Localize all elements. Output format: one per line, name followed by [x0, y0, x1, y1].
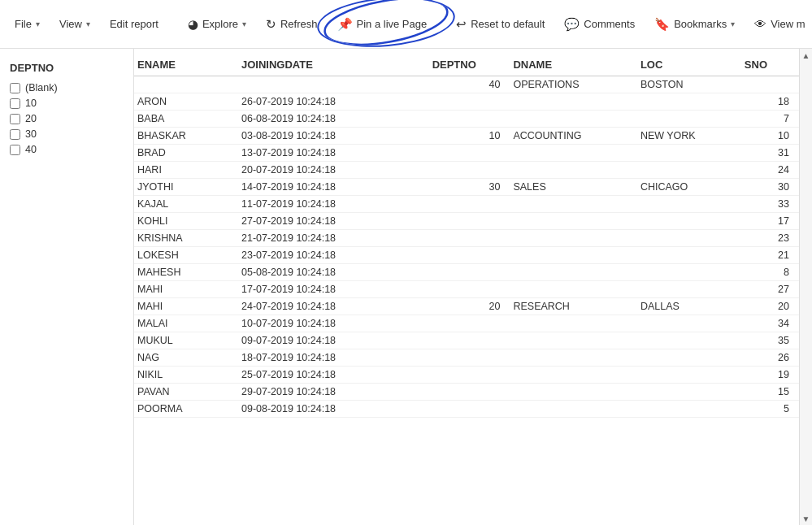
- cell-loc: [637, 93, 741, 111]
- cell-loc: DALLAS: [637, 298, 741, 315]
- cell-sno: 30: [741, 179, 799, 196]
- cell-date: 13-07-2019 10:24:18: [238, 145, 429, 162]
- pin-icon: 📌: [337, 17, 353, 32]
- report-area[interactable]: ENAME JOININGDATE DEPTNO DNAME LOC SNO 4…: [134, 49, 799, 525]
- table-row: JYOTHI14-07-2019 10:24:1830SALESCHICAGO3…: [134, 179, 799, 196]
- pin-button[interactable]: 📌 Pin a live Page: [329, 12, 436, 37]
- cell-ename: NIKIL: [134, 367, 238, 384]
- view-chevron-icon: ▾: [86, 20, 90, 28]
- cell-deptno: [429, 196, 510, 213]
- edit-report-button[interactable]: Edit report: [102, 13, 167, 35]
- cell-ename: MAHI: [134, 298, 238, 315]
- cell-dname: [510, 145, 636, 162]
- table-row: MAHI24-07-2019 10:24:1820RESEARCHDALLAS2…: [134, 298, 799, 315]
- table-row: PAVAN29-07-2019 10:24:1815: [134, 384, 799, 401]
- scroll-track[interactable]: [800, 62, 812, 512]
- cell-sno: 26: [741, 349, 799, 367]
- cell-sno: 27: [741, 281, 799, 298]
- cell-dname: [510, 264, 636, 281]
- cell-date: 23-07-2019 10:24:18: [238, 247, 429, 264]
- table-row: BRAD13-07-2019 10:24:1831: [134, 145, 799, 162]
- cell-sno: 23: [741, 230, 799, 247]
- explore-icon: ◕: [188, 17, 198, 32]
- table-row: HARI20-07-2019 10:24:1824: [134, 162, 799, 179]
- explore-button[interactable]: ◕ Explore ▾: [180, 12, 254, 37]
- cell-loc: [637, 111, 741, 128]
- cell-date: 17-07-2019 10:24:18: [238, 281, 429, 298]
- cell-dname: ACCOUNTING: [510, 128, 636, 145]
- cell-ename: MALAI: [134, 315, 238, 332]
- table-row: KOHLI27-07-2019 10:24:1817: [134, 213, 799, 230]
- filter-checkbox-20[interactable]: [10, 114, 20, 124]
- cell-sno: 19: [741, 367, 799, 384]
- cell-ename: NAG: [134, 349, 238, 367]
- scroll-up-arrow[interactable]: ▲: [800, 49, 813, 62]
- th-sno: SNO: [741, 55, 799, 76]
- cell-date: 14-07-2019 10:24:18: [238, 179, 429, 196]
- cell-sno: 15: [741, 384, 799, 401]
- cell-sno: 8: [741, 264, 799, 281]
- file-label: File: [15, 18, 32, 30]
- cell-loc: [637, 196, 741, 213]
- cell-dname: RESEARCH: [510, 298, 636, 315]
- cell-sno: 5: [741, 401, 799, 418]
- cell-deptno: 30: [429, 179, 510, 196]
- filter-label-30: 30: [25, 128, 37, 140]
- filter-checkbox-blank[interactable]: [10, 83, 20, 93]
- file-button[interactable]: File ▾: [7, 13, 48, 35]
- cell-deptno: [429, 349, 510, 367]
- explore-label: Explore: [202, 18, 238, 30]
- th-joiningdate: JOININGDATE: [238, 55, 429, 76]
- filter-label-40: 40: [25, 144, 37, 155]
- cell-date: 20-07-2019 10:24:18: [238, 162, 429, 179]
- filter-checkbox-30[interactable]: [10, 129, 20, 140]
- edit-report-label: Edit report: [110, 18, 158, 30]
- cell-sno: 34: [741, 315, 799, 332]
- filter-item-blank: (Blank): [10, 82, 124, 93]
- cell-date: 05-08-2019 10:24:18: [238, 264, 429, 281]
- filter-checkbox-40[interactable]: [10, 145, 20, 155]
- cell-dname: [510, 281, 636, 298]
- explore-chevron-icon: ▾: [242, 20, 246, 28]
- cell-dname: [510, 162, 636, 179]
- th-dname: DNAME: [510, 55, 636, 76]
- cell-ename: MUKUL: [134, 332, 238, 349]
- refresh-button[interactable]: ↻ Refresh: [258, 12, 326, 37]
- pin-label: Pin a live Page: [357, 18, 428, 30]
- filter-checkbox-10[interactable]: [10, 98, 20, 109]
- filter-panel: DEPTNO (Blank) 10 20 30 40: [0, 49, 134, 525]
- cell-ename: BABA: [134, 111, 238, 128]
- cell-loc: [637, 332, 741, 349]
- vertical-scrollbar[interactable]: ▲ ▼: [799, 49, 812, 525]
- view-more-icon: 👁: [754, 17, 766, 31]
- cell-deptno: [429, 247, 510, 264]
- table-row: KRISHNA21-07-2019 10:24:1823: [134, 230, 799, 247]
- table-row: MAHI17-07-2019 10:24:1827: [134, 281, 799, 298]
- cell-ename: MAHI: [134, 281, 238, 298]
- cell-loc: [637, 247, 741, 264]
- table-row: 40OPERATIONSBOSTON: [134, 76, 799, 93]
- cell-loc: [637, 230, 741, 247]
- scroll-down-arrow[interactable]: ▼: [800, 512, 813, 525]
- cell-date: 09-08-2019 10:24:18: [238, 401, 429, 418]
- comments-button[interactable]: 💬 Comments: [556, 12, 643, 37]
- cell-deptno: [429, 367, 510, 384]
- cell-sno: 18: [741, 93, 799, 111]
- filter-title: DEPTNO: [10, 62, 124, 74]
- table-row: MAHESH05-08-2019 10:24:188: [134, 264, 799, 281]
- cell-dname: [510, 332, 636, 349]
- bookmarks-button[interactable]: 🔖 Bookmarks ▾: [646, 12, 743, 37]
- reset-button[interactable]: ↩ Reset to default: [448, 12, 553, 37]
- cell-date: 10-07-2019 10:24:18: [238, 315, 429, 332]
- reset-label: Reset to default: [471, 18, 545, 30]
- main-content: DEPTNO (Blank) 10 20 30 40 ENAME J: [0, 49, 812, 525]
- view-button[interactable]: View ▾: [51, 13, 98, 35]
- view-more-button[interactable]: 👁 View m: [746, 12, 812, 36]
- cell-dname: [510, 367, 636, 384]
- cell-loc: BOSTON: [637, 76, 741, 93]
- cell-ename: POORMA: [134, 401, 238, 418]
- cell-dname: [510, 213, 636, 230]
- cell-loc: [637, 162, 741, 179]
- bookmarks-icon: 🔖: [654, 17, 670, 32]
- th-loc: LOC: [637, 55, 741, 76]
